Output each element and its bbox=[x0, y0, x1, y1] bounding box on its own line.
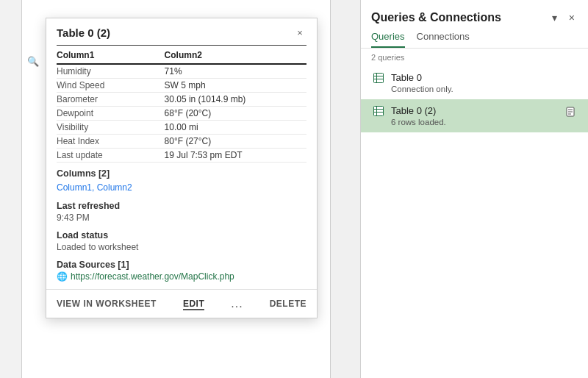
queries-panel-title: Queries & Connections bbox=[371, 11, 501, 24]
table-cell-col2: SW 5 mph bbox=[165, 79, 306, 93]
table-cell-col1: Barometer bbox=[57, 93, 165, 107]
query-item-name: Table 0 bbox=[391, 72, 578, 83]
panel-header-actions: ▾ × bbox=[549, 10, 578, 25]
table-row: Last update19 Jul 7:53 pm EDT bbox=[57, 149, 306, 163]
row-header bbox=[0, 0, 22, 378]
table-cell-col2: 30.05 in (1014.9 mb) bbox=[165, 93, 306, 107]
load-status-section: Load status Loaded to worksheet bbox=[46, 224, 317, 254]
load-status-label: Load status bbox=[57, 230, 306, 240]
table-cell-col1: Wind Speed bbox=[57, 79, 165, 93]
query-item-worksheet-icon[interactable] bbox=[564, 105, 578, 118]
tab-queries[interactable]: Queries bbox=[371, 31, 405, 48]
delete-button[interactable]: DELETE bbox=[270, 297, 306, 310]
edit-button[interactable]: EDIT bbox=[183, 297, 204, 310]
columns-section: Columns [2] Column1, Column2 bbox=[46, 163, 317, 195]
query-list-item[interactable]: Table 0Connection only. bbox=[361, 66, 588, 99]
table-row: Barometer30.05 in (1014.9 mb) bbox=[57, 93, 306, 107]
columns-label: Columns [2] bbox=[57, 168, 306, 179]
tab-connections[interactable]: Connections bbox=[417, 31, 470, 48]
table-cell-col2: 68°F (20°C) bbox=[165, 107, 306, 121]
table-cell-col2: 71% bbox=[165, 64, 306, 79]
table-cell-col1: Last update bbox=[57, 149, 165, 163]
table-cell-col2: 80°F (27°C) bbox=[165, 135, 306, 149]
table-divider bbox=[57, 45, 306, 46]
queries-count: 2 queries bbox=[361, 49, 588, 66]
more-options-button[interactable]: ... bbox=[231, 297, 243, 310]
last-refreshed-label: Last refreshed bbox=[57, 201, 306, 211]
table-cell-col1: Heat Index bbox=[57, 135, 165, 149]
globe-icon: 🌐 bbox=[57, 271, 67, 282]
query-item-status: 6 rows loaded. bbox=[391, 118, 564, 126]
popup-card: Table 0 (2) × Column1 Column2 Humidity71… bbox=[46, 18, 318, 318]
last-refreshed-section: Last refreshed 9:43 PM bbox=[46, 195, 317, 224]
columns-link[interactable]: Column1, Column2 bbox=[57, 182, 132, 193]
table-row: Wind SpeedSW 5 mph bbox=[57, 79, 306, 93]
table-icon bbox=[373, 106, 385, 118]
table-icon bbox=[373, 73, 385, 85]
col1-header: Column1 bbox=[57, 49, 165, 64]
queries-panel: Queries & Connections ▾ × QueriesConnect… bbox=[360, 0, 588, 378]
data-sources-label: Data Sources [1] bbox=[57, 260, 306, 270]
table-row: Heat Index80°F (27°C) bbox=[57, 135, 306, 149]
popup-footer: VIEW IN WORKSHEET EDIT ... DELETE bbox=[46, 289, 317, 318]
table-cell-col1: Humidity bbox=[57, 64, 165, 79]
query-item-content: Table 0 (2)6 rows loaded. bbox=[391, 105, 564, 126]
popup-close-button[interactable]: × bbox=[293, 26, 306, 39]
table-cell-col2: 10.00 mi bbox=[165, 121, 306, 135]
popup-header: Table 0 (2) × bbox=[46, 18, 317, 45]
popup-title: Table 0 (2) bbox=[57, 26, 110, 39]
col2-header: Column2 bbox=[165, 49, 306, 64]
load-status-value: Loaded to worksheet bbox=[57, 242, 306, 252]
query-item-name: Table 0 (2) bbox=[391, 105, 564, 116]
data-sources-section: Data Sources [1] 🌐 https://forecast.weat… bbox=[46, 254, 317, 283]
table-row: Humidity71% bbox=[57, 64, 306, 79]
view-in-worksheet-button[interactable]: VIEW IN WORKSHEET bbox=[57, 297, 157, 310]
popup-data-table: Column1 Column2 Humidity71%Wind SpeedSW … bbox=[57, 49, 306, 163]
queries-panel-header: Queries & Connections ▾ × bbox=[361, 0, 588, 25]
query-list-item[interactable]: Table 0 (2)6 rows loaded. bbox=[361, 99, 588, 132]
table-row: Visibility10.00 mi bbox=[57, 121, 306, 135]
panel-close-button[interactable]: × bbox=[566, 10, 578, 25]
last-refreshed-value: 9:43 PM bbox=[57, 213, 306, 223]
svg-rect-4 bbox=[374, 107, 384, 116]
data-source-link[interactable]: https://forecast.weather.gov/MapClick.ph… bbox=[71, 271, 234, 282]
query-item-content: Table 0Connection only. bbox=[391, 72, 578, 93]
table-row: Dewpoint68°F (20°C) bbox=[57, 107, 306, 121]
svg-rect-0 bbox=[374, 74, 384, 83]
queries-tabs: QueriesConnections bbox=[361, 25, 588, 49]
table-cell-col1: Visibility bbox=[57, 121, 165, 135]
data-source-row: 🌐 https://forecast.weather.gov/MapClick.… bbox=[57, 271, 306, 282]
table-cell-col2: 19 Jul 7:53 pm EDT bbox=[165, 149, 306, 163]
query-item-status: Connection only. bbox=[391, 85, 578, 93]
queries-list: Table 0Connection only. Table 0 (2)6 row… bbox=[361, 66, 588, 132]
search-icon[interactable]: 🔍 bbox=[27, 56, 39, 67]
panel-dropdown-button[interactable]: ▾ bbox=[549, 10, 560, 25]
table-cell-col1: Dewpoint bbox=[57, 107, 165, 121]
search-area: 🔍 bbox=[22, 50, 44, 72]
